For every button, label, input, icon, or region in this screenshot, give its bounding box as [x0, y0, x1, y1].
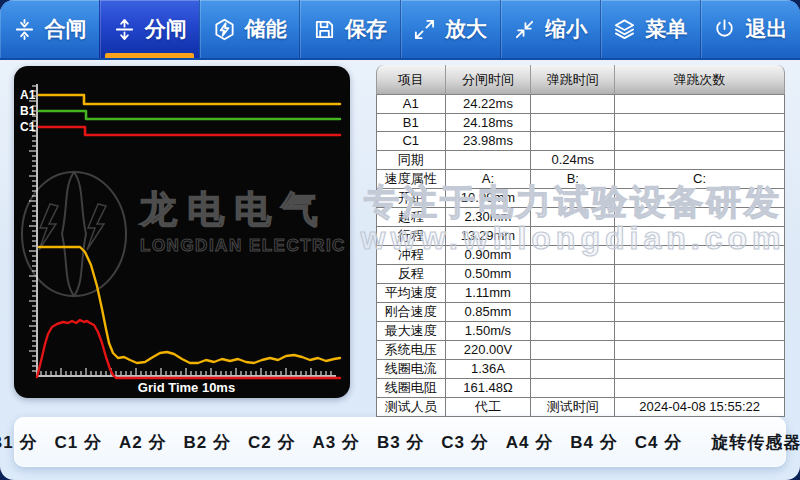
table-cell: 刚合速度	[376, 303, 446, 322]
table-cell: 2024-04-08 15:55:22	[615, 398, 785, 417]
table-cell: A1	[376, 95, 446, 114]
toolbar-button-label: 分闸	[145, 15, 187, 43]
phase-state-item: C1 分	[55, 431, 102, 454]
table-cell: 冲程	[376, 246, 446, 265]
exit-icon	[713, 18, 736, 41]
trace-travel-curve	[39, 247, 340, 363]
phase-state-item: B2 分	[183, 431, 230, 454]
toolbar-button-menu[interactable]: 菜单	[600, 0, 700, 58]
trace-label: A1	[20, 88, 36, 102]
table-cell	[531, 95, 615, 114]
table-cell: 最大速度	[376, 322, 446, 341]
column-header: 项目	[376, 65, 446, 95]
toolbar-button-zoom-out[interactable]: 缩小	[500, 0, 600, 58]
table-cell	[531, 246, 615, 265]
table-cell	[531, 303, 615, 322]
toolbar-button-save[interactable]: 保存	[299, 0, 399, 58]
phase-state-item: C4 分	[635, 431, 682, 454]
table-cell: 13.29mm	[446, 227, 532, 246]
table-cell	[531, 379, 615, 398]
toolbar-button-label: 合闸	[45, 15, 87, 43]
status-bar: A1 分B1 分C1 分A2 分B2 分C2 分A3 分B3 分C3 分A4 分…	[14, 417, 786, 467]
toolbar-button-zoom-in[interactable]: 放大	[400, 0, 500, 58]
table-row: 冲程0.90mm	[376, 246, 785, 265]
trace-A1-contact	[39, 95, 340, 104]
table-cell: 代工	[446, 398, 532, 417]
table-cell: 平均速度	[376, 284, 446, 303]
trace-B1-contact	[39, 111, 340, 119]
table-row: 线圈电流1.36A	[376, 360, 785, 379]
table-cell: 测试人员	[376, 398, 446, 417]
toolbar-button-label: 放大	[445, 15, 487, 43]
menu-icon	[613, 18, 636, 41]
results-table: 项目分闸时间弹跳时间弹跳次数 A124.22msB124.18msC123.98…	[376, 65, 785, 417]
column-header: 弹跳次数	[615, 65, 785, 95]
table-cell: 系统电压	[376, 341, 446, 360]
table-cell: 10.99mm	[446, 189, 532, 208]
table-cell	[615, 303, 785, 322]
zoom-in-icon	[413, 18, 436, 41]
table-row: 超程2.30mm	[376, 208, 785, 227]
table-cell: 反程	[376, 265, 446, 284]
table-cell	[615, 189, 785, 208]
table-cell: 161.48Ω	[446, 379, 532, 398]
table-cell	[615, 265, 785, 284]
table-cell: 0.24ms	[531, 151, 615, 170]
table-cell: 1.50m/s	[446, 322, 532, 341]
table-cell	[531, 114, 615, 133]
table-cell: 2.30mm	[446, 208, 532, 227]
table-cell: 220.00V	[446, 341, 532, 360]
rotary-sensor-readout: 旋转传感器 A:188.4	[711, 431, 800, 454]
toolbar-button-store-energy[interactable]: 储能	[199, 0, 299, 58]
table-cell: B1	[376, 114, 446, 133]
table-row: A124.22ms	[376, 95, 785, 114]
table-cell: 24.22ms	[446, 95, 532, 114]
table-cell: 行程	[376, 227, 446, 246]
toolbar-button-label: 菜单	[645, 15, 687, 43]
trace-label: B1	[20, 104, 36, 118]
toolbar-button-open[interactable]: 分闸	[99, 0, 199, 58]
app-window: 合闸分闸储能保存放大缩小菜单退出 龙电电气 LONGDIAN ELECTRIC …	[0, 0, 800, 480]
toolbar-button-exit[interactable]: 退出	[700, 0, 800, 58]
table-cell: C1	[376, 132, 446, 151]
toolbar-button-label: 保存	[345, 15, 387, 43]
oscillograph-chart: 龙电电气 LONGDIAN ELECTRIC A1B1C1Grid Time 1…	[14, 66, 350, 398]
table-row: 同期0.24ms	[376, 151, 785, 170]
table-cell: 1.11mm	[446, 284, 532, 303]
table-row: 最大速度1.50m/s	[376, 322, 785, 341]
save-icon	[313, 18, 336, 41]
table-cell	[615, 284, 785, 303]
toolbar-button-close[interactable]: 合闸	[0, 0, 99, 58]
table-cell: C:	[615, 170, 785, 189]
table-cell	[615, 227, 785, 246]
table-row: B124.18ms	[376, 114, 785, 133]
table-cell	[615, 114, 785, 133]
table-cell: 23.98ms	[446, 132, 532, 151]
energy-storage-icon	[213, 18, 236, 41]
phase-state-item: A2 分	[119, 431, 166, 454]
table-row: 测试人员代工测试时间2024-04-08 15:55:22	[376, 398, 785, 417]
toolbar: 合闸分闸储能保存放大缩小菜单退出	[0, 0, 800, 60]
table-cell: 开距	[376, 189, 446, 208]
table-cell: 线圈电阻	[376, 379, 446, 398]
table-cell	[615, 360, 785, 379]
column-header: 分闸时间	[446, 65, 532, 95]
table-row: 速度属性A:B:C:	[376, 170, 785, 189]
trace-label: C1	[20, 120, 36, 134]
table-cell: 24.18ms	[446, 114, 532, 133]
trace-C1-contact	[39, 127, 340, 135]
phase-state-item: A3 分	[312, 431, 359, 454]
table-cell	[615, 151, 785, 170]
results-table-wrap: 项目分闸时间弹跳时间弹跳次数 A124.22msB124.18msC123.98…	[376, 65, 785, 417]
oscillograph-panel: 龙电电气 LONGDIAN ELECTRIC A1B1C1Grid Time 1…	[14, 66, 350, 398]
toolbar-button-label: 退出	[745, 15, 787, 43]
table-cell: 0.85mm	[446, 303, 532, 322]
table-row: 平均速度1.11mm	[376, 284, 785, 303]
phase-state-item: B3 分	[377, 431, 424, 454]
phase-state-item: B1 分	[0, 431, 38, 454]
table-cell: 线圈电流	[376, 360, 446, 379]
phase-state-item: C3 分	[441, 431, 488, 454]
table-row: 反程0.50mm	[376, 265, 785, 284]
phase-state-item: A4 分	[506, 431, 553, 454]
table-cell	[531, 284, 615, 303]
